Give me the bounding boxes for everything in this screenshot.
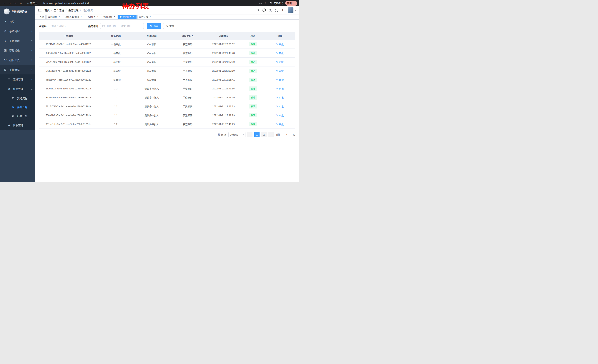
sidebar-item-system-management[interactable]: ⚙ 系统管理 ∨	[0, 26, 35, 36]
sidebar-item-process-management[interactable]: ☰ 流程管理 ∨	[0, 74, 35, 84]
breadcrumb-task-management[interactable]: 任务管理	[68, 8, 79, 12]
close-icon[interactable]: ×	[113, 16, 116, 18]
approve-button[interactable]: ✎审批	[276, 96, 284, 99]
search-button[interactable]: 搜索	[147, 23, 161, 29]
sidebar-item-leave-query[interactable]: ♟ 请假查询	[0, 120, 35, 130]
gear-icon: ⚙	[4, 29, 7, 33]
breadcrumb-home[interactable]: 首页	[44, 8, 50, 12]
back-icon[interactable]: ←	[2, 1, 7, 6]
sidebar-item-label: 我的流程	[17, 96, 27, 100]
fullscreen-icon[interactable]	[274, 8, 279, 13]
reset-button[interactable]: ↻ 重置	[163, 23, 177, 29]
approve-button[interactable]: ✎审批	[276, 69, 284, 73]
reload-icon[interactable]: ↻	[13, 1, 18, 6]
search-icon[interactable]	[255, 8, 260, 13]
status-badge: 激活	[249, 60, 257, 64]
sidebar-item-my-process[interactable]: ✉ 我的流程	[0, 94, 35, 103]
approve-button[interactable]: ✎审批	[276, 113, 284, 117]
sidebar-item-todo-tasks[interactable]: ◉ 待办任务	[0, 103, 35, 112]
edit-icon: ✎	[276, 78, 278, 81]
tab-done-tasks[interactable]: 已办任务 ×	[85, 15, 101, 19]
chevron-down-icon: ∨	[31, 40, 33, 42]
status-badge: 激活	[249, 69, 257, 73]
tab-process-form-edit[interactable]: 流程表单-编辑 ×	[63, 15, 84, 19]
tab-process-detail[interactable]: 流程详情 ×	[137, 15, 153, 19]
close-icon[interactable]: ×	[58, 16, 61, 18]
approve-button[interactable]: ✎审批	[276, 51, 284, 55]
sidebar-item-label: 系统管理	[9, 29, 20, 33]
page-button-2[interactable]: 2	[261, 132, 266, 137]
edit-icon: ✎	[276, 87, 278, 90]
task-name-cell: 1.2	[98, 84, 134, 93]
close-icon[interactable]: ×	[149, 16, 151, 18]
sidebar-collapse-icon[interactable]	[38, 9, 42, 11]
sidebar-item-done-tasks[interactable]: ⇄ 已办任务	[0, 112, 35, 120]
approve-button[interactable]: ✎审批	[276, 42, 284, 46]
process-cell: OA 请假	[134, 57, 170, 66]
approve-button[interactable]: ✎审批	[276, 122, 284, 126]
date-range-picker[interactable]: 开始日期 - 结束日期	[100, 23, 144, 29]
sidebar-item-label: 任务管理	[13, 87, 23, 91]
user-avatar[interactable]	[288, 8, 293, 13]
tab-start-process[interactable]: 发起流程 ×	[47, 15, 62, 19]
close-icon[interactable]: ×	[80, 16, 83, 18]
sidebar-item-label: 基础设施	[9, 49, 20, 52]
yen-icon: ¥	[4, 39, 7, 42]
table-row: 8f059c03-7ac8-11ec-a9e2-a2380e71991a 1.1…	[39, 93, 295, 102]
browser-update-button[interactable]: 更新 ⋮	[285, 1, 297, 6]
sidebar-item-home[interactable]: ◔ 首页	[0, 17, 35, 26]
sidebar-item-task-management[interactable]: ⋔ 任务管理 ∧	[0, 84, 35, 94]
browser-menu-icon[interactable]: ⋮	[293, 2, 295, 5]
created-at-cell: 2022-01-21 22:42:23	[206, 102, 241, 111]
github-icon[interactable]	[262, 8, 267, 13]
sidebar-item-dev-tools[interactable]: ⚒ 研发工具 ∨	[0, 55, 35, 65]
key-icon[interactable]	[259, 2, 262, 5]
tab-todo-tasks[interactable]: 待办任务 ×	[118, 15, 137, 19]
sidebar-item-label: 研发工具	[9, 58, 20, 62]
bookmark-star-icon[interactable]: ☆	[264, 1, 266, 5]
chevron-down-icon: ∨	[31, 49, 33, 52]
close-icon[interactable]: ×	[132, 16, 135, 18]
tab-home[interactable]: 首页	[38, 15, 46, 19]
action-cell: ✎审批	[265, 57, 295, 66]
list-icon: ☰	[8, 78, 11, 81]
page-size-select[interactable]: 10条/页 ▾	[228, 132, 245, 137]
approve-button[interactable]: ✎审批	[276, 87, 284, 90]
task-id-cell: 381aa1dd-7ac8-11ec-a9e2-a2380e71991a	[39, 120, 98, 129]
chevron-down-icon: ∨	[31, 78, 33, 81]
workflow-submenu: ☰ 流程管理 ∨ ⋔ 任务管理 ∧ ✉ 我的流程 ◉ 待办任务	[0, 74, 35, 130]
sidebar-item-label: 已办任务	[17, 114, 27, 118]
help-icon[interactable]: ?	[268, 8, 273, 13]
sidebar-item-infrastructure[interactable]: ▣ 基础设施 ∨	[0, 46, 35, 55]
home-icon[interactable]: ⌂	[18, 1, 23, 6]
forward-icon[interactable]: →	[8, 1, 12, 6]
site-security-indicator[interactable]: ⚠ 不安全	[27, 1, 37, 5]
font-size-icon[interactable]: TT	[281, 8, 286, 13]
caret-down-icon[interactable]: ▾	[295, 9, 296, 11]
page-button-1[interactable]: 1	[254, 132, 259, 137]
tab-label: 已办任务	[87, 15, 96, 18]
table-row: 73211d9d-7b9b-11ec-b5b7-acde48001122 一级审…	[39, 40, 295, 49]
table-row: 725a1eb6-7b88-11ec-8ef0-acde48001122 一级审…	[39, 57, 295, 66]
next-page-button[interactable]: ›	[268, 132, 274, 137]
prev-page-button[interactable]: ‹	[247, 132, 252, 137]
col-initiator: 流程发起人	[170, 32, 206, 40]
status-badge: 激活	[249, 95, 257, 100]
tab-my-process[interactable]: 我的流程 ×	[102, 15, 117, 19]
action-cell: ✎审批	[265, 66, 295, 75]
sidebar-item-workflow[interactable]: ⊟ 工作流程 ∧	[0, 65, 35, 74]
process-name-input[interactable]	[49, 23, 83, 29]
approve-button[interactable]: ✎审批	[276, 60, 284, 64]
active-tab-dot	[120, 16, 122, 18]
breadcrumb-workflow[interactable]: 工作流程	[54, 8, 64, 12]
sidebar-item-payment-management[interactable]: ¥ 支付管理 ∨	[0, 36, 35, 46]
approve-button[interactable]: ✎审批	[276, 78, 284, 81]
initiator-cell: 芋道源码	[170, 57, 206, 66]
total-count: 共 16 条	[218, 133, 227, 136]
col-created-at: 创建时间	[206, 32, 241, 40]
created-at-cell: 2022-01-22 23:53:32	[206, 40, 241, 49]
approve-button[interactable]: ✎审批	[276, 105, 284, 108]
address-bar[interactable]: dashboard.yudao.iocoder.cn/bpm/task/todo	[43, 2, 90, 5]
close-icon[interactable]: ×	[97, 16, 99, 18]
goto-page-input[interactable]	[283, 132, 290, 137]
